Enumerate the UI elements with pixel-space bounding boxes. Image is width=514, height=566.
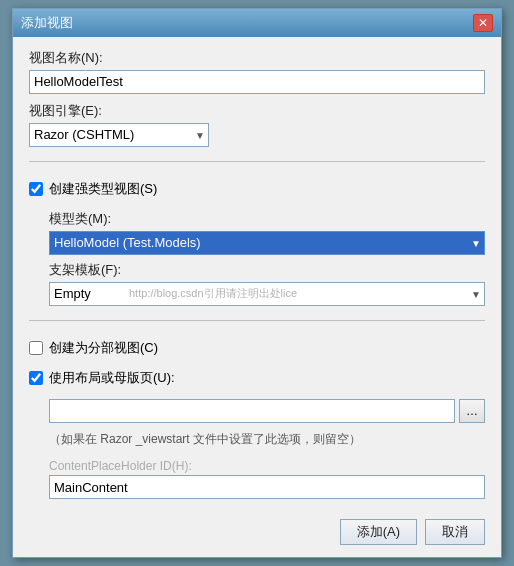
- dialog-footer: 添加(A) 取消: [13, 511, 501, 557]
- model-section: 模型类(M): HelloModel (Test.Models) ▼ 支架模板(…: [49, 210, 485, 306]
- scaffold-select-wrapper: Empty ▼ http://blog.csdn引用请注明出处lice: [49, 282, 485, 306]
- partial-view-label[interactable]: 创建为分部视图(C): [49, 339, 158, 357]
- view-name-input[interactable]: [29, 70, 485, 94]
- scaffold-section: 支架模板(F): Empty ▼ http://blog.csdn引用请注明出处…: [49, 261, 485, 306]
- strong-typed-row: 创建强类型视图(S): [29, 180, 485, 198]
- use-layout-checkbox[interactable]: [29, 371, 43, 385]
- add-button[interactable]: 添加(A): [340, 519, 417, 545]
- view-name-label: 视图名称(N):: [29, 49, 485, 67]
- hint-section: （如果在 Razor _viewstart 文件中设置了此选项，则留空）: [49, 431, 485, 448]
- layout-checkbox-row: 使用布局或母版页(U):: [29, 369, 485, 387]
- model-class-label: 模型类(M):: [49, 210, 485, 228]
- add-view-dialog: 添加视图 ✕ 视图名称(N): 视图引擎(E): Razor (CSHTML) …: [12, 8, 502, 559]
- dialog-title: 添加视图: [21, 14, 73, 32]
- titlebar: 添加视图 ✕: [13, 9, 501, 37]
- view-engine-section: 视图引擎(E): Razor (CSHTML) ▼: [29, 102, 485, 147]
- dialog-content: 视图名称(N): 视图引擎(E): Razor (CSHTML) ▼ 创建强类型…: [13, 37, 501, 512]
- browse-button[interactable]: …: [459, 399, 485, 423]
- view-engine-select[interactable]: Razor (CSHTML): [29, 123, 209, 147]
- strong-typed-label[interactable]: 创建强类型视图(S): [49, 180, 157, 198]
- model-class-select-wrapper: HelloModel (Test.Models) ▼: [49, 231, 485, 255]
- layout-input[interactable]: [49, 399, 455, 423]
- close-button[interactable]: ✕: [473, 14, 493, 32]
- layout-label[interactable]: 使用布局或母版页(U):: [49, 369, 175, 387]
- content-placeholder-input[interactable]: [49, 475, 485, 499]
- cancel-button[interactable]: 取消: [425, 519, 485, 545]
- partial-view-row: 创建为分部视图(C): [29, 339, 485, 357]
- divider-2: [29, 320, 485, 321]
- hint-text: （如果在 Razor _viewstart 文件中设置了此选项，则留空）: [49, 432, 361, 446]
- divider-1: [29, 161, 485, 162]
- view-engine-label: 视图引擎(E):: [29, 102, 485, 120]
- model-class-select[interactable]: HelloModel (Test.Models): [49, 231, 485, 255]
- content-placeholder-label: ContentPlaceHolder ID(H):: [49, 459, 485, 473]
- scaffold-label: 支架模板(F):: [49, 261, 485, 279]
- strong-typed-checkbox[interactable]: [29, 182, 43, 196]
- scaffold-select[interactable]: Empty: [49, 282, 485, 306]
- partial-view-checkbox[interactable]: [29, 341, 43, 355]
- layout-input-row: …: [49, 399, 485, 423]
- view-name-section: 视图名称(N):: [29, 49, 485, 94]
- content-placeholder-section: ContentPlaceHolder ID(H):: [49, 459, 485, 499]
- view-engine-select-wrapper: Razor (CSHTML) ▼: [29, 123, 209, 147]
- model-class-section: 模型类(M): HelloModel (Test.Models) ▼: [49, 210, 485, 255]
